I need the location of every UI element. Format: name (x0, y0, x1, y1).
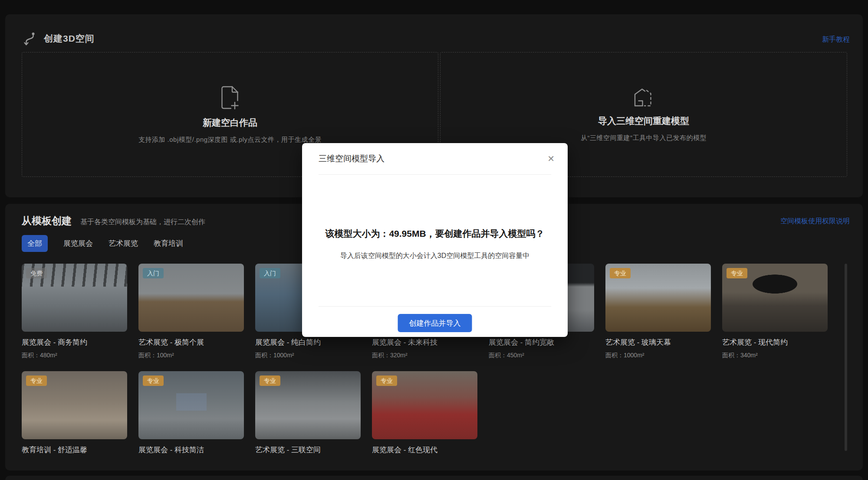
close-icon[interactable]: ✕ (547, 154, 555, 163)
template-title: 展览展会 - 简约宽敞 (489, 337, 594, 347)
divider (319, 174, 551, 175)
template-card[interactable]: 入门 艺术展览 - 极简个展 面积：100m² (138, 264, 244, 359)
tier-badge: 专业 (26, 376, 47, 386)
tab-art[interactable]: 艺术展览 (108, 235, 138, 252)
template-area: 面积：340m² (722, 352, 828, 359)
template-thumbnail: 专业 (255, 371, 361, 439)
tier-badge: 免费 (26, 268, 47, 278)
template-thumbnail: 专业 (138, 371, 244, 439)
next-section-top-edge (5, 476, 863, 480)
confirm-import-button[interactable]: 创建作品并导入 (398, 314, 472, 332)
template-title: 艺术展览 - 极简个展 (138, 337, 244, 347)
section-title: 从模板创建 (22, 214, 72, 228)
house-rebuild-icon (632, 87, 655, 108)
import-modal: 三维空间模型导入 ✕ 该模型大小为：49.95MB，要创建作品并导入模型吗？ 导… (302, 143, 568, 337)
template-thumbnail: 专业 (605, 264, 711, 332)
tier-badge: 入门 (260, 268, 280, 278)
template-card[interactable]: 免费 展览展会 - 商务简约 面积：480m² (22, 264, 127, 359)
tab-all[interactable]: 全部 (22, 235, 48, 252)
tier-badge: 专业 (143, 376, 164, 386)
template-title: 展览展会 - 红色现代 (372, 445, 477, 455)
template-title: 展览展会 - 商务简约 (22, 337, 127, 347)
template-title: 展览展会 - 纯白简约 (255, 337, 361, 347)
file-plus-icon (220, 85, 240, 110)
tier-badge: 专业 (260, 376, 280, 386)
tier-badge: 专业 (610, 268, 631, 278)
panel-desc: 从“三维空间重建”工具中导入已发布的模型 (581, 134, 707, 142)
template-section-header: 从模板创建 基于各类空间模板为基础，进行二次创作 (22, 214, 205, 228)
template-area: 面积：100m² (138, 352, 244, 359)
template-area: 面积：1000m² (605, 352, 711, 359)
template-title: 艺术展览 - 玻璃天幕 (605, 337, 711, 347)
template-thumbnail: 专业 (372, 371, 477, 439)
template-tabs: 全部 展览展会 艺术展览 教育培训 (22, 235, 183, 252)
vertical-scrollbar-thumb[interactable] (845, 264, 847, 451)
panel-desc: 支持添加 .obj模型/.png深度图 或.ply点云文件，用于生成全景 (138, 136, 322, 144)
tab-exhibition[interactable]: 展览展会 (63, 235, 93, 252)
modal-title: 三维空间模型导入 (319, 153, 385, 164)
tier-badge: 专业 (727, 268, 747, 278)
tutorial-link[interactable]: 新手教程 (822, 35, 850, 44)
page-title: 创建3D空间 (44, 33, 95, 45)
template-title: 艺术展览 - 现代简约 (722, 337, 828, 347)
modal-header: 三维空间模型导入 ✕ (319, 143, 555, 174)
template-card[interactable]: 专业 展览展会 - 科技简洁 (138, 371, 244, 455)
template-title: 教育培训 - 舒适温馨 (22, 445, 127, 455)
modal-message: 该模型大小为：49.95MB，要创建作品并导入模型吗？ (302, 228, 568, 240)
template-thumbnail: 专业 (722, 264, 828, 332)
template-card[interactable]: 专业 教育培训 - 舒适温馨 (22, 371, 127, 455)
template-card[interactable]: 专业 展览展会 - 红色现代 (372, 371, 477, 455)
template-area: 面积：450m² (489, 352, 594, 359)
tab-education[interactable]: 教育培训 (154, 235, 183, 252)
app-header: 创建3D空间 (22, 31, 95, 46)
template-area: 面积：320m² (372, 352, 477, 359)
route-icon (22, 31, 37, 46)
tier-badge: 专业 (376, 376, 397, 386)
template-area: 面积：1000m² (255, 352, 361, 359)
template-card[interactable]: 专业 艺术展览 - 现代简约 面积：340m² (722, 264, 828, 359)
template-title: 展览展会 - 未来科技 (372, 337, 477, 347)
divider (319, 306, 551, 307)
panel-title: 导入三维空间重建模型 (598, 115, 689, 127)
template-thumbnail: 免费 (22, 264, 127, 332)
template-card[interactable]: 专业 艺术展览 - 玻璃天幕 面积：1000m² (605, 264, 711, 359)
template-thumbnail: 专业 (22, 371, 127, 439)
section-subtitle: 基于各类空间模板为基础，进行二次创作 (80, 218, 205, 227)
template-title: 展览展会 - 科技简洁 (138, 445, 244, 455)
template-thumbnail: 入门 (138, 264, 244, 332)
template-title: 艺术展览 - 三联空间 (255, 445, 361, 455)
template-area: 面积：480m² (22, 352, 127, 359)
template-permission-link[interactable]: 空间模板使用权限说明 (780, 217, 850, 226)
tier-badge: 入门 (143, 268, 164, 278)
modal-note: 导入后该空间模型的大小会计入3D空间模型工具的空间容量中 (302, 251, 568, 261)
template-card[interactable]: 专业 艺术展览 - 三联空间 (255, 371, 361, 455)
panel-title: 新建空白作品 (203, 117, 257, 129)
